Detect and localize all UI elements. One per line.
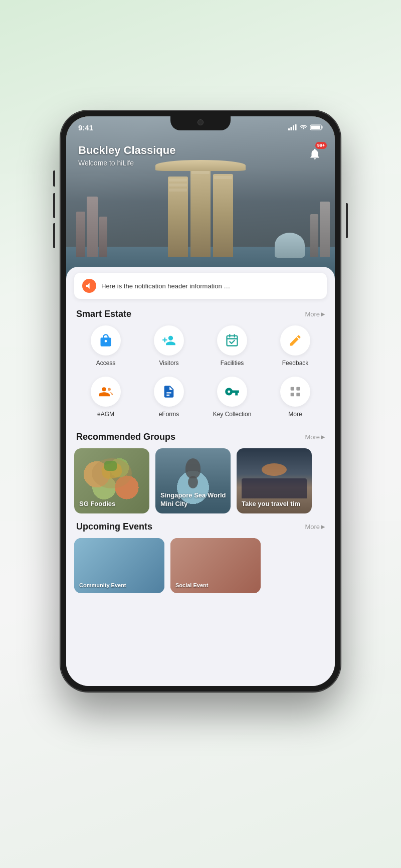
notification-bell[interactable]: 99+	[305, 144, 325, 164]
upcoming-events-section: Upcoming Events More ▶ Community Event S…	[66, 513, 335, 593]
visitors-icon-circle	[154, 325, 184, 356]
phone-notch	[170, 116, 231, 130]
sg-foodies-label: SG Foodies	[79, 500, 115, 508]
smart-estate-header: Smart Estate More ▶	[66, 305, 335, 325]
side-button-vol-down	[53, 223, 55, 248]
upcoming-events-title: Upcoming Events	[76, 522, 152, 532]
wifi-icon	[300, 124, 307, 130]
carousel-dot-1	[191, 279, 195, 283]
person-group-icon	[99, 385, 113, 399]
property-name: Buckley Classique	[78, 144, 323, 157]
carousel-dot-2	[198, 279, 203, 283]
svg-rect-5	[322, 126, 323, 129]
more-label: More	[288, 411, 302, 418]
recommended-groups-title: Recommended Groups	[76, 432, 175, 442]
side-button-vol-up	[53, 193, 55, 218]
hero-content: Buckley Classique Welcome to hiLife	[78, 144, 323, 167]
feedback-icon-circle	[280, 325, 310, 356]
bell-icon	[308, 147, 321, 160]
notification-icon	[82, 279, 96, 293]
side-button-power	[346, 203, 348, 238]
feedback-label: Feedback	[282, 360, 309, 367]
status-icons	[288, 124, 323, 130]
calendar-check-icon	[225, 333, 239, 348]
notification-text: Here is the notification header informat…	[101, 282, 319, 290]
svg-point-11	[102, 387, 106, 391]
grid-icon	[288, 385, 302, 399]
feedback-item[interactable]: Feedback	[275, 325, 315, 367]
phone-screen: 9:41	[66, 116, 335, 686]
event-card-1[interactable]: Community Event	[74, 538, 164, 593]
chevron-right-icon: ▶	[321, 311, 325, 317]
notification-bar[interactable]: Here is the notification header informat…	[74, 273, 327, 299]
access-icon-circle	[91, 325, 121, 356]
facilities-label: Facilities	[221, 360, 244, 367]
content-area: Here is the notification header informat…	[66, 267, 335, 686]
svg-rect-15	[291, 393, 294, 396]
svg-point-12	[108, 388, 111, 391]
group-travel[interactable]: Take you travel tim	[237, 448, 312, 513]
pencil-icon	[288, 333, 302, 348]
recommended-groups-header: Recommended Groups More ▶	[66, 428, 335, 448]
notification-badge: 99+	[315, 142, 327, 149]
icon-row-1: Access Visitors	[74, 325, 327, 367]
group-sg-foodies[interactable]: SG Foodies	[74, 448, 149, 513]
facilities-icon-circle	[217, 325, 247, 356]
carousel-dots	[191, 279, 210, 283]
battery-icon	[310, 124, 323, 130]
lock-icon	[99, 333, 113, 348]
svg-rect-1	[291, 127, 292, 130]
visitors-label: Visitors	[159, 360, 178, 367]
more-item[interactable]: More	[275, 377, 315, 418]
chevron-right-icon-3: ▶	[321, 524, 325, 530]
side-button-silent	[53, 170, 55, 187]
travel-label: Take you travel tim	[242, 500, 300, 508]
welcome-text: Welcome to hiLife	[78, 159, 323, 167]
upcoming-events-more[interactable]: More ▶	[305, 523, 325, 531]
svg-rect-2	[293, 125, 294, 130]
eagm-label: eAGM	[97, 411, 114, 418]
svg-rect-16	[296, 393, 300, 396]
icon-row-2: eAGM eForms	[74, 377, 327, 418]
eagm-icon-circle	[91, 377, 121, 407]
key-collection-icon-circle	[217, 377, 247, 407]
facilities-item[interactable]: Facilities	[212, 325, 252, 367]
eforms-icon-circle	[154, 377, 184, 407]
carousel-dot-3	[206, 279, 210, 283]
eforms-label: eForms	[159, 411, 179, 418]
visitors-item[interactable]: Visitors	[149, 325, 189, 367]
svg-rect-6	[311, 126, 320, 129]
recommended-groups-more[interactable]: More ▶	[305, 433, 325, 441]
key-icon	[225, 384, 240, 399]
svg-rect-0	[288, 128, 290, 130]
singapore-sea-world-label: Singapore Sea World Mini City	[160, 491, 231, 508]
eforms-item[interactable]: eForms	[149, 377, 189, 418]
groups-container: SG Foodies Singapore Sea World Mini City	[66, 448, 335, 513]
key-collection-item[interactable]: Key Collection	[212, 377, 252, 418]
smart-estate-title: Smart Estate	[76, 309, 131, 319]
svg-rect-13	[291, 387, 294, 391]
group-singapore-sea-world[interactable]: Singapore Sea World Mini City	[155, 448, 231, 513]
access-item[interactable]: Access	[86, 325, 126, 367]
event-card-2[interactable]: Social Event	[170, 538, 261, 593]
svg-rect-14	[296, 387, 300, 391]
signal-icon	[288, 124, 297, 130]
smart-estate-grid: Access Visitors	[66, 325, 335, 418]
upcoming-events-header: Upcoming Events More ▶	[66, 517, 335, 538]
chevron-right-icon-2: ▶	[321, 434, 325, 440]
key-collection-label: Key Collection	[213, 411, 252, 418]
access-label: Access	[96, 360, 116, 367]
smart-estate-more[interactable]: More ▶	[305, 310, 325, 318]
document-icon	[162, 385, 176, 399]
hero-image	[66, 116, 335, 287]
event-cards-container: Community Event Social Event	[66, 538, 335, 593]
eagm-item[interactable]: eAGM	[86, 377, 126, 418]
status-time: 9:41	[78, 123, 93, 132]
speaker-icon	[85, 282, 93, 290]
more-icon-circle	[280, 377, 310, 407]
person-add-icon	[162, 333, 176, 348]
svg-rect-7	[227, 336, 238, 346]
svg-rect-3	[295, 124, 297, 130]
phone-frame: 9:41	[60, 110, 341, 692]
